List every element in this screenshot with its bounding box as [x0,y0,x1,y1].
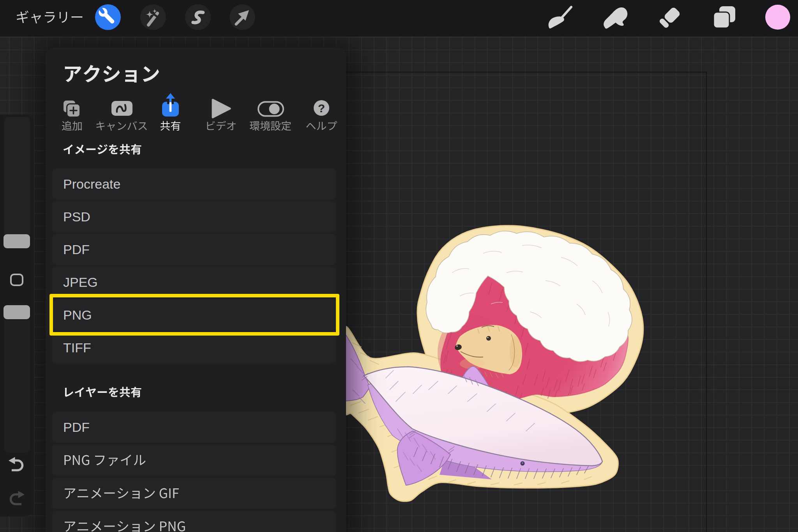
svg-text:?: ? [318,102,325,115]
